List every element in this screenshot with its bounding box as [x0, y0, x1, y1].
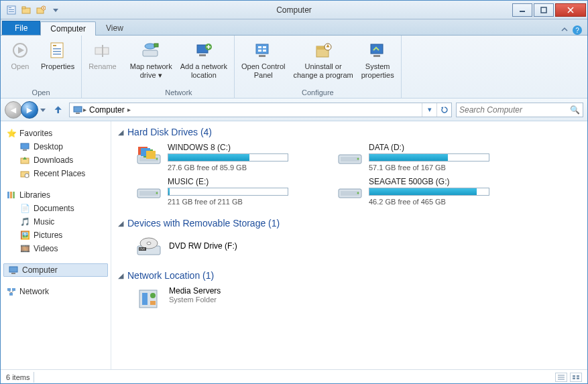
documents-icon: 📄	[19, 203, 30, 214]
computer-icon	[72, 105, 83, 115]
properties-button[interactable]: Properties	[38, 38, 77, 87]
sidebar-favorites-header[interactable]: ⭐Favorites	[3, 127, 108, 140]
media-server-icon	[135, 286, 162, 310]
address-bar[interactable]: ▸ Computer ▸ ▾	[69, 103, 452, 117]
qat-newfolder-icon[interactable]	[34, 3, 48, 17]
qat-properties-icon[interactable]	[5, 3, 18, 17]
svg-rect-49	[23, 149, 27, 151]
drive-free-text: 27.6 GB free of 85.9 GB	[168, 164, 316, 172]
sidebar-item-music[interactable]: 🎵Music	[3, 215, 108, 229]
svg-rect-34	[258, 46, 261, 48]
svg-rect-78	[341, 191, 359, 196]
sidebar-item-videos[interactable]: 🎞️Videos	[3, 242, 108, 255]
chevron-right-icon[interactable]: ▸	[127, 106, 131, 113]
sidebar-item-desktop[interactable]: Desktop	[3, 140, 108, 153]
svg-point-87	[150, 293, 156, 298]
content-pane: ◢ Hard Disk Drives (4) WINDOWS 8 (C:) 27…	[111, 121, 587, 369]
computer-icon	[8, 265, 19, 275]
sidebar-item-documents[interactable]: 📄Documents	[3, 202, 108, 215]
tab-file[interactable]: File	[2, 21, 40, 35]
collapse-triangle-icon[interactable]: ◢	[118, 128, 123, 137]
control-panel-icon	[253, 40, 274, 61]
tiles-view-button[interactable]	[570, 373, 582, 382]
rename-button[interactable]: Rename	[86, 38, 119, 87]
qat-dropdown-icon[interactable]	[49, 3, 62, 17]
section-removable[interactable]: ◢ Devices with Removable Storage (1)	[118, 218, 581, 229]
hard-drive-icon	[337, 177, 363, 201]
recent-icon	[19, 168, 30, 179]
svg-rect-58	[11, 273, 15, 274]
sidebar-item-network[interactable]: Network	[3, 285, 108, 298]
hard-drive-icon	[135, 177, 162, 201]
control-panel-button[interactable]: Open Control Panel	[239, 38, 288, 87]
section-network-location[interactable]: ◢ Network Location (1)	[118, 270, 581, 281]
sidebar-item-recent-places[interactable]: Recent Places	[3, 167, 108, 180]
dvd-drive-item[interactable]: DVD DVD RW Drive (F:)	[135, 234, 581, 258]
map-network-drive-button[interactable]: Map network drive ▾	[127, 38, 175, 87]
minimize-button[interactable]	[512, 3, 532, 17]
details-view-button[interactable]	[555, 373, 567, 382]
sidebar-item-pictures[interactable]: 🖼️Pictures	[3, 229, 108, 242]
network-location-item[interactable]: Media Servers System Folder	[135, 286, 581, 310]
drive-item[interactable]: WINDOWS 8 (C:) 27.6 GB free of 85.9 GB	[135, 143, 316, 172]
svg-point-73	[357, 158, 359, 160]
forward-button[interactable]: ►	[21, 101, 38, 119]
section-hard-disk-drives[interactable]: ◢ Hard Disk Drives (4)	[118, 127, 581, 137]
drive-free-text: 211 GB free of 211 GB	[168, 198, 316, 206]
drive-name: WINDOWS 8 (C:)	[168, 143, 316, 152]
open-button[interactable]: Open	[5, 38, 36, 87]
svg-rect-61	[9, 293, 13, 296]
refresh-button[interactable]	[436, 103, 451, 117]
properties-icon	[47, 40, 68, 61]
search-box[interactable]: 🔍	[456, 103, 583, 117]
ribbon-group-configure: Open Control Panel Uninstall or change a…	[235, 36, 402, 98]
address-history-dropdown[interactable]: ▾	[422, 103, 436, 117]
up-button[interactable]: 🠉	[52, 103, 65, 117]
search-icon[interactable]: 🔍	[570, 105, 580, 115]
breadcrumb-computer[interactable]: Computer	[86, 105, 127, 115]
help-icon[interactable]: ?	[573, 25, 582, 35]
svg-rect-45	[74, 107, 82, 112]
svg-line-62	[9, 291, 11, 293]
star-icon: ⭐	[6, 128, 17, 139]
qat-folder-icon[interactable]	[19, 3, 33, 17]
drive-usage-bar	[168, 188, 288, 196]
search-input[interactable]	[459, 105, 570, 115]
maximize-button[interactable]	[534, 3, 554, 17]
svg-rect-59	[7, 288, 11, 291]
svg-rect-85	[139, 290, 157, 308]
add-location-icon	[193, 40, 215, 61]
add-network-location-button[interactable]: Add a network location	[178, 38, 230, 87]
sidebar-libraries-header[interactable]: Libraries	[3, 188, 108, 202]
close-button[interactable]	[555, 3, 586, 17]
collapse-ribbon-icon[interactable]	[561, 26, 569, 34]
back-button[interactable]: ◄	[5, 101, 22, 119]
svg-rect-2	[9, 9, 14, 10]
sidebar-item-computer[interactable]: Computer	[3, 263, 108, 277]
quick-access-toolbar	[1, 3, 62, 17]
svg-rect-75	[139, 191, 158, 196]
svg-rect-92	[573, 375, 575, 377]
uninstall-button[interactable]: Uninstall or change a program	[290, 38, 355, 87]
open-icon	[9, 40, 31, 61]
svg-rect-24	[143, 50, 158, 56]
tab-view[interactable]: View	[96, 21, 133, 35]
tab-computer[interactable]: Computer	[40, 21, 96, 36]
svg-point-79	[357, 192, 359, 194]
desktop-icon	[19, 141, 30, 152]
drive-item[interactable]: MUSIC (E:) 211 GB free of 211 GB	[135, 177, 316, 206]
recent-locations-dropdown[interactable]	[38, 107, 48, 113]
svg-rect-94	[573, 377, 575, 379]
svg-rect-95	[577, 377, 579, 379]
collapse-triangle-icon[interactable]: ◢	[118, 271, 123, 280]
collapse-triangle-icon[interactable]: ◢	[118, 219, 123, 228]
drive-item[interactable]: SEAGATE 500GB (G:) 46.2 GB free of 465 G…	[337, 177, 518, 206]
title-bar: Computer	[1, 1, 587, 19]
drive-item[interactable]: DATA (D:) 57.1 GB free of 167 GB	[337, 143, 518, 172]
svg-rect-93	[577, 375, 579, 377]
svg-rect-19	[53, 48, 61, 50]
system-properties-button[interactable]: System properties	[359, 38, 397, 87]
svg-rect-43	[373, 55, 380, 57]
rename-icon	[92, 40, 113, 61]
sidebar-item-downloads[interactable]: Downloads	[3, 153, 108, 167]
